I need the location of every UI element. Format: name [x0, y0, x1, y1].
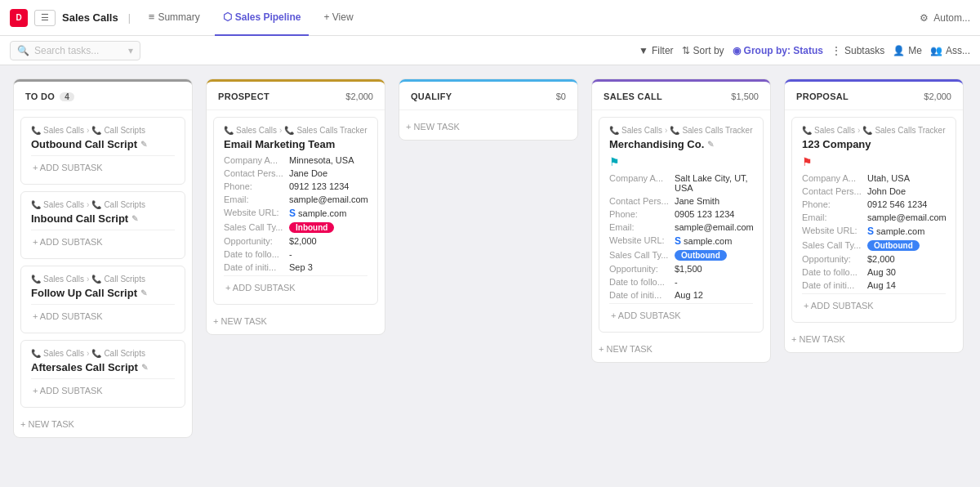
card-title: Inbound Call Script ✎ — [31, 212, 175, 225]
field-value: 0912 546 1234 — [867, 199, 927, 209]
field-label: Date to follo... — [609, 277, 675, 287]
column-body-salescall: 📞Sales Calls›📞Sales Calls TrackerMerchan… — [592, 110, 770, 362]
website-logo-icon: S — [289, 208, 296, 219]
card-breadcrumb: 📞Sales Calls›📞Sales Calls Tracker — [224, 126, 368, 135]
field-label: Opportunity: — [802, 254, 867, 264]
field-label: Date to follo... — [802, 267, 867, 277]
flag-icon: ⚑ — [609, 155, 753, 168]
column-amount-qualify: $0 — [556, 92, 566, 101]
breadcrumb-icon-1: 📞 — [284, 126, 294, 135]
card-field-row: Website URL:S sample.com — [802, 226, 946, 237]
add-subtask-button[interactable]: + ADD SUBTASK — [31, 382, 175, 399]
field-label: Opportunity: — [609, 264, 675, 274]
card-field-row: Date to follo...Aug 30 — [802, 267, 946, 277]
breadcrumb-text: Sales Calls — [236, 126, 277, 135]
app-icon: D — [10, 9, 28, 27]
field-value: Jane Doe — [289, 168, 327, 178]
column-amount-prospect: $2,000 — [345, 92, 373, 101]
field-label: Phone: — [609, 209, 675, 219]
card-field-row: Date of initi...Aug 14 — [802, 280, 946, 290]
card-proposal-0: 📞Sales Calls›📞Sales Calls Tracker123 Com… — [791, 117, 956, 323]
breadcrumb-icon-0: 📞 — [224, 126, 234, 135]
field-label: Website URL: — [802, 226, 867, 235]
column-prospect: PROSPECT$2,000📞Sales Calls›📞Sales Calls … — [206, 78, 385, 335]
card-field-row: Opportunity:$2,000 — [802, 254, 946, 264]
tab-view[interactable]: + View — [315, 0, 361, 36]
field-value: $1,500 — [675, 264, 702, 274]
field-value: Aug 14 — [867, 280, 896, 290]
field-value: Sep 3 — [289, 262, 313, 272]
card-todo-0: 📞Sales Calls›📞Call ScriptsOutbound Call … — [20, 117, 185, 185]
add-subtask-button[interactable]: + ADD SUBTASK — [802, 297, 946, 314]
badge-outbound: Outbound — [675, 250, 727, 261]
tab-summary[interactable]: ≡ Summary — [140, 0, 208, 36]
breadcrumb-text: Sales Calls Tracker — [682, 126, 752, 135]
column-title-salescall: SALES CALL — [604, 92, 662, 101]
toolbar: 🔍 Search tasks... ▾ ▼ Filter ⇅ Sort by ◉… — [0, 36, 980, 65]
field-label: Contact Pers... — [802, 186, 867, 196]
add-subtask-button[interactable]: + ADD SUBTASK — [609, 307, 753, 324]
add-subtask-button[interactable]: + ADD SUBTASK — [31, 159, 175, 176]
new-task-todo[interactable]: + NEW TASK — [20, 414, 185, 431]
column-body-qualify: + NEW TASK — [399, 110, 577, 140]
new-task-salescall[interactable]: + NEW TASK — [599, 339, 764, 355]
edit-icon[interactable]: ✎ — [140, 140, 147, 149]
breadcrumb-text: Sales Calls Tracker — [875, 126, 945, 135]
badge-inbound: Inbound — [289, 222, 334, 233]
new-task-prospect[interactable]: + NEW TASK — [213, 311, 378, 328]
breadcrumb-icon: ☰ — [34, 10, 56, 26]
field-value: Aug 12 — [675, 290, 703, 300]
card-breadcrumb: 📞Sales Calls›📞Call Scripts — [31, 126, 175, 135]
assign-icon: 👥 — [930, 45, 942, 56]
field-value: - — [289, 249, 292, 259]
tab-sales-pipeline[interactable]: ⬡ Sales Pipeline — [215, 0, 310, 36]
flag-icon: ⚑ — [802, 155, 946, 168]
card-field-row: Opportunity:$1,500 — [609, 264, 753, 274]
add-subtask-button[interactable]: + ADD SUBTASK — [224, 279, 368, 296]
column-todo: TO DO4📞Sales Calls›📞Call ScriptsOutbound… — [13, 78, 193, 438]
field-value: Outbound — [867, 240, 920, 251]
edit-icon[interactable]: ✎ — [131, 214, 138, 223]
me-button[interactable]: 👤 Me — [893, 45, 922, 56]
group-by-button[interactable]: ◉ Group by: Status — [733, 45, 823, 56]
add-subtask-button[interactable]: + ADD SUBTASK — [31, 308, 175, 324]
breadcrumb-icon-1: 📞 — [862, 126, 872, 135]
breadcrumb-text: Sales Calls — [43, 349, 84, 358]
breadcrumb-icon-0: 📞 — [31, 126, 41, 135]
edit-icon[interactable]: ✎ — [141, 363, 148, 372]
field-label: Sales Call Ty... — [224, 222, 289, 232]
person-icon: 👤 — [893, 45, 905, 56]
card-field-row: Phone:0912 123 1234 — [224, 181, 368, 191]
new-task-qualify[interactable]: + NEW TASK — [406, 117, 571, 133]
kanban-board: TO DO4📞Sales Calls›📞Call ScriptsOutbound… — [0, 65, 980, 487]
summary-icon: ≡ — [149, 11, 155, 23]
edit-icon[interactable]: ✎ — [140, 288, 147, 297]
sort-button[interactable]: ⇅ Sort by — [682, 45, 724, 56]
search-box[interactable]: 🔍 Search tasks... ▾ — [10, 41, 140, 60]
edit-icon[interactable]: ✎ — [707, 140, 714, 149]
breadcrumb-text: Call Scripts — [104, 126, 145, 135]
search-dropdown-icon[interactable]: ▾ — [128, 45, 133, 56]
breadcrumb-icon-0: 📞 — [802, 126, 812, 135]
top-bar: D ☰ Sales Calls | ≡ Summary ⬡ Sales Pipe… — [0, 0, 980, 36]
filter-button[interactable]: ▼ Filter — [639, 45, 674, 56]
add-subtask-button[interactable]: + ADD SUBTASK — [31, 234, 175, 250]
assign-button[interactable]: 👥 Ass... — [930, 45, 970, 56]
field-value: Inbound — [289, 222, 334, 233]
card-field-row: Date to follo...- — [224, 249, 368, 259]
subtasks-button[interactable]: ⋮ Subtasks — [831, 45, 884, 56]
breadcrumb-icon-0: 📞 — [609, 126, 619, 135]
breadcrumb-icon-0: 📞 — [31, 200, 41, 209]
new-task-proposal[interactable]: + NEW TASK — [791, 329, 956, 346]
field-value: Aug 30 — [867, 267, 896, 277]
website-logo-icon: S — [675, 235, 681, 247]
column-title-prospect: PROSPECT — [218, 92, 270, 101]
breadcrumb-text: Sales Calls — [43, 200, 84, 209]
card-breadcrumb: 📞Sales Calls›📞Call Scripts — [31, 275, 175, 284]
column-header-salescall: SALES CALL$1,500 — [592, 79, 770, 110]
card-title: Aftersales Call Script ✎ — [31, 361, 175, 373]
page-title: Sales Calls — [62, 11, 118, 24]
field-label: Company A... — [224, 155, 289, 165]
card-title: Merchandising Co. ✎ — [609, 138, 753, 150]
automate-icon: ⚙ — [920, 12, 929, 24]
